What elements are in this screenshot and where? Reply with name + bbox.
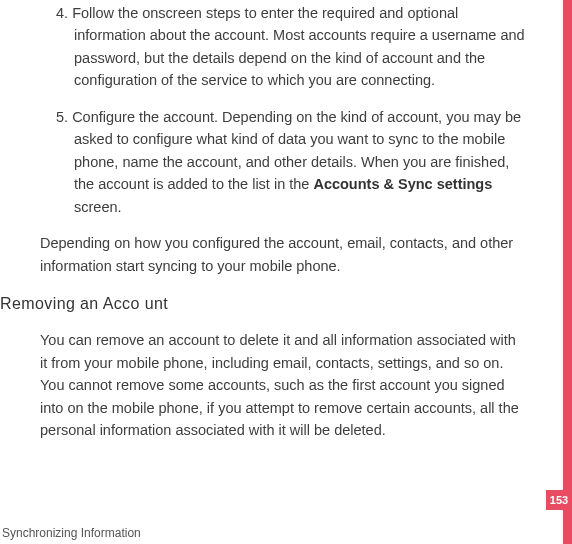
page: 4. Follow the onscreen steps to enter th… [0, 0, 572, 544]
step-5: 5. Configure the account. Depending on t… [56, 106, 526, 218]
footer-label: Synchronizing Information [2, 526, 141, 540]
remove-account-paragraph: You can remove an account to delete it a… [40, 329, 526, 441]
step-5-number: 5. [56, 109, 68, 125]
step-4-number: 4. [56, 5, 68, 21]
step-5-emphasis: Accounts & Sync settings [313, 176, 492, 192]
section-heading-removing-account: Removing an Acco unt [0, 295, 540, 313]
side-color-bar [563, 0, 572, 544]
step-4-body: Follow the onscreen steps to enter the r… [72, 5, 524, 88]
page-number: 153 [550, 494, 568, 506]
step-5-body-post: screen. [74, 199, 122, 215]
page-number-tab: 153 [546, 490, 572, 510]
content-area: 4. Follow the onscreen steps to enter th… [0, 0, 540, 460]
trailing-paragraph: Depending on how you configured the acco… [40, 232, 526, 277]
step-4: 4. Follow the onscreen steps to enter th… [56, 2, 526, 92]
